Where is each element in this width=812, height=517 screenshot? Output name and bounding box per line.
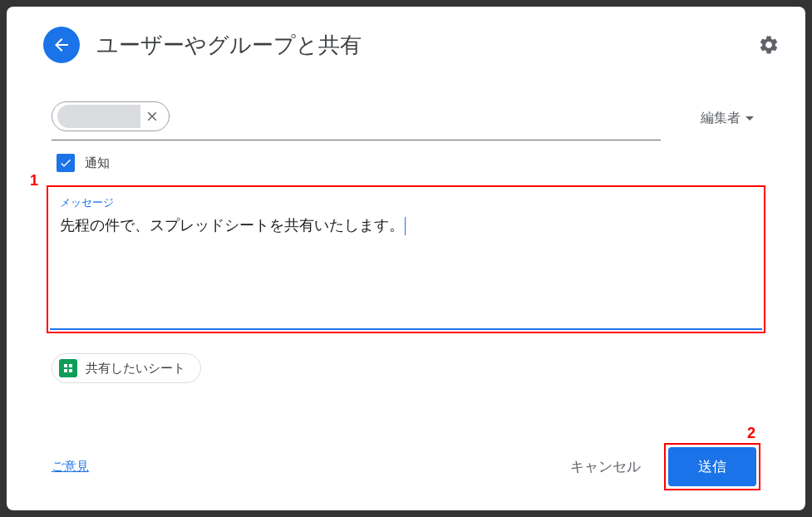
annotation-marker-1: 1 bbox=[30, 172, 38, 190]
permission-dropdown[interactable]: 編集者 bbox=[694, 105, 760, 132]
message-textarea[interactable]: 先程の件で、スプレッドシートを共有いたします。 bbox=[60, 214, 752, 238]
settings-button[interactable] bbox=[752, 28, 785, 62]
header-left: ユーザーやグループと共有 bbox=[27, 27, 362, 63]
attachment-name: 共有したいシート bbox=[86, 361, 185, 377]
close-icon bbox=[145, 109, 160, 124]
svg-rect-0 bbox=[64, 364, 67, 367]
dialog-title: ユーザーやグループと共有 bbox=[96, 31, 362, 60]
message-annotation-wrapper: 1 メッセージ 先程の件で、スプレッドシートを共有いたします。 bbox=[47, 185, 765, 333]
recipients-row: 編集者 bbox=[27, 96, 785, 140]
checkmark-icon bbox=[59, 156, 72, 170]
sheets-icon bbox=[59, 359, 77, 377]
svg-rect-3 bbox=[69, 369, 72, 372]
text-cursor bbox=[405, 217, 406, 235]
share-dialog: ユーザーやグループと共有 編集者 通知 1 メッセージ 先程 bbox=[7, 7, 805, 510]
svg-rect-2 bbox=[64, 369, 67, 372]
arrow-left-icon bbox=[52, 35, 71, 55]
attachment-chip[interactable]: 共有したいシート bbox=[52, 353, 201, 383]
dialog-header: ユーザーやグループと共有 bbox=[27, 27, 785, 63]
dropdown-arrow-icon bbox=[746, 116, 754, 121]
svg-rect-1 bbox=[69, 364, 72, 367]
send-button[interactable]: 送信 bbox=[668, 447, 756, 486]
gear-icon bbox=[758, 34, 780, 56]
notify-row: 通知 bbox=[27, 147, 785, 185]
recipient-chip bbox=[52, 101, 170, 131]
back-button[interactable] bbox=[43, 27, 80, 63]
dialog-footer: ご意見 キャンセル 2 送信 bbox=[27, 443, 785, 490]
cancel-button[interactable]: キャンセル bbox=[557, 449, 654, 485]
message-box[interactable]: メッセージ 先程の件で、スプレッドシートを共有いたします。 bbox=[50, 189, 762, 330]
remove-recipient-button[interactable] bbox=[140, 105, 164, 128]
footer-buttons: キャンセル 2 送信 bbox=[557, 443, 760, 490]
attachment-row: 共有したいシート bbox=[27, 353, 785, 383]
annotation-marker-2: 2 bbox=[747, 425, 755, 442]
permission-label: 編集者 bbox=[701, 110, 741, 127]
notify-checkbox[interactable] bbox=[57, 154, 75, 172]
recipients-input-area[interactable] bbox=[52, 96, 661, 140]
notify-label: 通知 bbox=[85, 155, 110, 171]
recipient-avatar-placeholder bbox=[57, 105, 140, 128]
send-annotation-wrapper: 2 送信 bbox=[664, 443, 760, 490]
message-field-label: メッセージ bbox=[60, 195, 752, 210]
feedback-link[interactable]: ご意見 bbox=[52, 459, 89, 475]
